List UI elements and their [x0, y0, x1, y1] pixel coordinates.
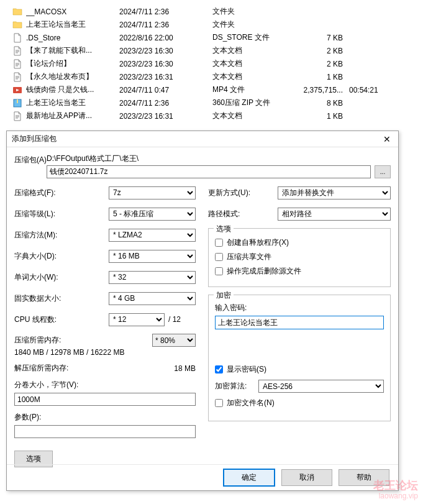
file-row[interactable]: 最新地址及APP请...2023/2/23 16:31文本文档1 KB	[12, 109, 423, 122]
file-type: 文本文档	[212, 58, 293, 69]
options-group-title: 选项	[214, 224, 234, 234]
file-date: 2023/2/23 16:30	[119, 60, 212, 68]
shared-checkbox[interactable]	[215, 253, 223, 261]
params-input[interactable]	[14, 425, 196, 438]
ok-button[interactable]: 确定	[223, 469, 275, 487]
file-name: 【永久地址发布页】	[26, 71, 119, 82]
method-select[interactable]: * LZMA2	[109, 229, 196, 242]
txt-icon	[12, 59, 22, 69]
file-row[interactable]: 【来了就能下载和...2023/2/23 16:30文本文档2 KB	[12, 44, 423, 57]
level-label: 压缩等级(L):	[14, 209, 109, 219]
file-size: 2,375,715...	[293, 86, 349, 94]
help-button[interactable]: 帮助	[339, 469, 389, 486]
format-label: 压缩格式(F):	[14, 188, 109, 198]
txt-icon	[12, 111, 22, 121]
mem-comp-select[interactable]: * 80%	[152, 334, 196, 347]
dict-select[interactable]: * 16 MB	[109, 250, 196, 263]
file-type: 360压缩 ZIP 文件	[212, 98, 293, 108]
delete-checkbox[interactable]	[215, 267, 223, 275]
file-size: 2 KB	[293, 60, 349, 68]
archive-label: 压缩包(A)	[14, 153, 47, 165]
file-row[interactable]: 【永久地址发布页】2023/2/23 16:31文本文档1 KB	[12, 70, 423, 83]
file-date: 2022/8/16 22:00	[119, 34, 212, 42]
file-name: 【来了就能下载和...	[26, 45, 119, 56]
file-row[interactable]: 上老王论坛当老王2024/7/11 2:36文件夹	[12, 18, 423, 31]
enc-names-checkbox[interactable]	[215, 399, 223, 407]
close-icon[interactable]: ✕	[381, 133, 393, 145]
sfx-checkbox-row[interactable]: 创建自释放程序(X)	[215, 237, 384, 248]
file-row[interactable]: __MACOSX2024/7/11 2:36文件夹	[12, 5, 423, 18]
pwd-label: 输入密码:	[215, 303, 384, 313]
encrypt-group-title: 加密	[214, 290, 234, 301]
show-pwd-row[interactable]: 显示密码(S)	[215, 364, 384, 375]
file-size: 1 KB	[293, 73, 349, 81]
cpu-select[interactable]: * 12	[109, 313, 165, 326]
path-label: 路径模式:	[208, 209, 278, 219]
folder-icon	[12, 7, 22, 17]
file-type: MP4 文件	[212, 85, 293, 95]
file-name: __MACOSX	[26, 7, 119, 16]
file-row[interactable]: 上老王论坛当老王2024/7/11 2:36360压缩 ZIP 文件8 KB	[12, 96, 423, 109]
solid-label: 固实数据大小:	[14, 293, 109, 304]
file-type: 文本文档	[212, 71, 293, 82]
level-select[interactable]: 5 - 标准压缩	[109, 208, 196, 221]
word-select[interactable]: * 32	[109, 271, 196, 284]
folder-icon	[12, 20, 22, 30]
sfx-checkbox[interactable]	[215, 239, 223, 247]
add-to-archive-dialog: 添加到压缩包 ✕ 压缩包(A) D:\FFOutput\格式工厂\老王\ ...…	[6, 131, 399, 491]
dialog-title-text: 添加到压缩包	[12, 134, 57, 144]
file-name: .DS_Store	[26, 34, 119, 42]
split-input[interactable]	[14, 393, 196, 406]
file-row[interactable]: 钱债肉偿 只是欠钱...2024/7/11 0:47MP4 文件2,375,71…	[12, 83, 423, 96]
update-select[interactable]: 添加并替换文件	[278, 186, 391, 199]
cancel-button[interactable]: 取消	[281, 469, 332, 486]
file-size: 7 KB	[293, 34, 349, 42]
mem-comp-value: 1840 MB / 12978 MB / 16222 MB	[14, 348, 196, 357]
file-type: 文本文档	[212, 45, 293, 56]
file-type: 文件夹	[212, 19, 293, 30]
file-size: 1 KB	[293, 112, 349, 121]
params-label: 参数(P):	[14, 412, 196, 423]
delete-checkbox-row[interactable]: 操作完成后删除源文件	[215, 266, 384, 277]
enc-names-row[interactable]: 加密文件名(N)	[215, 398, 384, 408]
txt-icon	[12, 72, 22, 82]
shared-checkbox-row[interactable]: 压缩共享文件	[215, 252, 384, 262]
archive-file-input[interactable]	[47, 165, 371, 178]
file-icon	[12, 33, 22, 43]
solid-select[interactable]: * 4 GB	[109, 292, 196, 305]
mp4-icon	[12, 85, 22, 95]
path-select[interactable]: 相对路径	[278, 208, 391, 221]
password-input[interactable]	[215, 316, 384, 329]
file-date: 2024/7/11 2:36	[119, 21, 212, 29]
file-list: __MACOSX2024/7/11 2:36文件夹上老王论坛当老王2024/7/…	[0, 0, 423, 122]
watermark-line2: laowang.vip	[373, 492, 418, 500]
file-name: 钱债肉偿 只是欠钱...	[26, 85, 119, 95]
update-label: 更新方式(U):	[208, 188, 278, 198]
file-date: 2023/2/23 16:30	[119, 47, 212, 55]
file-name: 最新地址及APP请...	[26, 111, 119, 121]
file-size: 8 KB	[293, 99, 349, 108]
sfx-label: 创建自释放程序(X)	[227, 237, 289, 248]
cpu-suffix: / 12	[168, 315, 181, 324]
enc-select[interactable]: AES-256	[258, 380, 384, 393]
dialog-body: 压缩包(A) D:\FFOutput\格式工厂\老王\ ... 压缩格式(F):…	[7, 147, 398, 474]
file-type: DS_STORE 文件	[212, 32, 293, 43]
word-label: 单词大小(W):	[14, 272, 109, 283]
mem-comp-label: 压缩所需内存:	[14, 335, 61, 346]
enc-label: 加密算法:	[215, 381, 252, 392]
encrypt-group: 加密 输入密码: 显示密码(S) 加密算法: AES-256 加密文件名(N)	[208, 295, 391, 421]
enc-names-label: 加密文件名(N)	[227, 398, 275, 408]
format-select[interactable]: 7z	[109, 186, 196, 199]
file-name: 【论坛介绍】	[26, 58, 119, 69]
file-date: 2024/7/11 2:36	[119, 99, 212, 108]
browse-button[interactable]: ...	[375, 165, 391, 178]
dialog-footer: 确定 取消 帮助	[7, 464, 398, 490]
file-name: 上老王论坛当老王	[26, 98, 119, 108]
txt-icon	[12, 46, 22, 56]
mem-decomp-label: 解压缩所需内存:	[14, 363, 68, 373]
file-type: 文件夹	[212, 6, 293, 17]
split-label: 分卷大小，字节(V):	[14, 380, 196, 390]
file-row[interactable]: 【论坛介绍】2023/2/23 16:30文本文档2 KB	[12, 57, 423, 70]
file-row[interactable]: .DS_Store2022/8/16 22:00DS_STORE 文件7 KB	[12, 31, 423, 44]
show-pwd-checkbox[interactable]	[215, 365, 223, 373]
